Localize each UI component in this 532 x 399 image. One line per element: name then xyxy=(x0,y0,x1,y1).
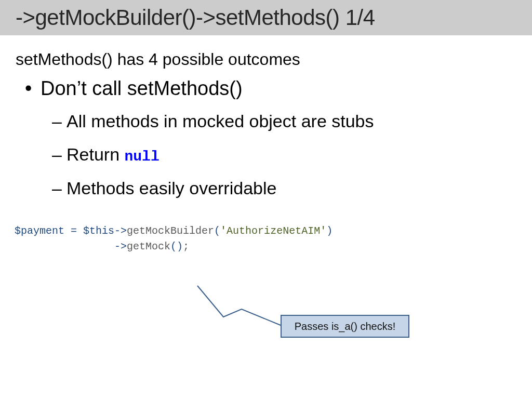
sub-bullet-2-prefix: Return xyxy=(66,144,125,164)
code-token-empty: () xyxy=(170,241,183,252)
code-token-semi: ; xyxy=(183,241,189,252)
slide-title-bar: ->getMockBuilder()->setMethods() 1/4 xyxy=(0,0,532,35)
code-token-eq: = xyxy=(64,225,83,237)
callout-connector-line xyxy=(182,286,296,343)
code-token-open: ( xyxy=(214,225,220,237)
code-token-fn2: getMock xyxy=(127,241,170,252)
bullet-list: Don’t call setMethods() All methods in m… xyxy=(16,76,516,200)
code-token-arrow2: -> xyxy=(114,241,127,252)
code-token-arrow: -> xyxy=(114,225,127,237)
sub-bullet-list: All methods in mocked object are stubs R… xyxy=(41,110,516,200)
slide-body: setMethods() has 4 possible outcomes Don… xyxy=(0,35,532,255)
null-keyword: null xyxy=(125,149,159,165)
callout-box: Passes is_a() checks! xyxy=(281,315,409,338)
code-indent xyxy=(15,241,114,252)
intro-text: setMethods() has 4 possible outcomes xyxy=(16,50,516,69)
slide-title: ->getMockBuilder()->setMethods() 1/4 xyxy=(16,5,375,30)
code-token-this: $this xyxy=(83,225,114,237)
code-token-close: ) xyxy=(326,225,332,237)
code-token-str: 'AuthorizeNetAIM' xyxy=(220,225,326,237)
sub-bullet-2: Return null xyxy=(66,143,516,166)
callout-text: Passes is_a() checks! xyxy=(295,321,396,332)
code-example: $payment = $this->getMockBuilder('Author… xyxy=(15,223,516,255)
sub-bullet-3: Methods easily overridable xyxy=(66,177,516,200)
code-token-fn1: getMockBuilder xyxy=(127,225,214,237)
sub-bullet-1: All methods in mocked object are stubs xyxy=(66,110,516,132)
code-token-var: $payment xyxy=(15,225,64,237)
bullet-item-1: Don’t call setMethods() All methods in m… xyxy=(41,76,516,200)
bullet-item-1-text: Don’t call setMethods() xyxy=(41,77,243,99)
